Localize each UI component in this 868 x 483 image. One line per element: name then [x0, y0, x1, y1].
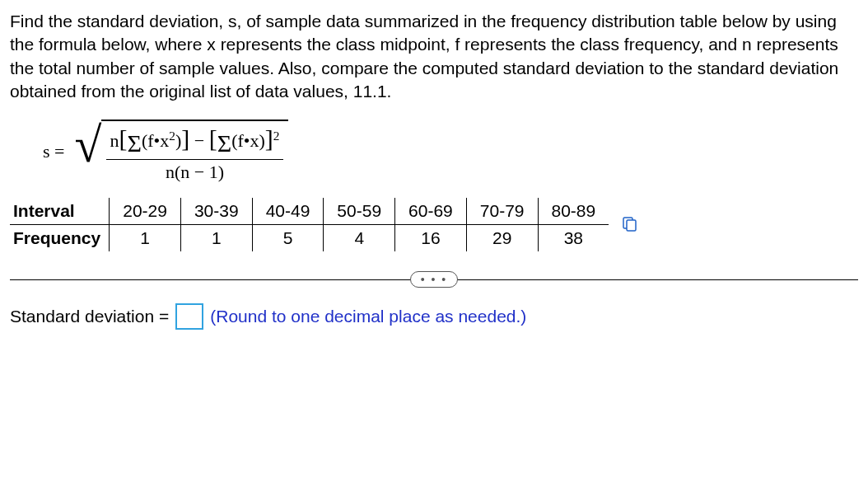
expand-icon[interactable]: • • • — [410, 271, 458, 288]
frequency-cell: 1 — [110, 225, 181, 252]
interval-cell: 60-69 — [395, 198, 467, 225]
fraction-denominator: n(n − 1) — [106, 160, 282, 183]
answer-line: Standard deviation = (Round to one decim… — [10, 303, 858, 330]
interval-cell: 40-49 — [252, 198, 324, 225]
copy-icon[interactable] — [620, 214, 638, 232]
frequency-cell: 38 — [538, 225, 609, 252]
interval-cell: 20-29 — [110, 198, 181, 225]
interval-cell: 30-39 — [180, 198, 252, 225]
frequency-cell: 5 — [252, 225, 324, 252]
square-root: √ n[Σ(f•x2)] − [Σ(f•x)]2 n(n − 1) — [74, 120, 287, 183]
standard-deviation-input[interactable] — [175, 303, 203, 330]
answer-label: Standard deviation = — [10, 307, 169, 326]
table-row: Frequency 1 1 5 4 16 29 38 — [10, 225, 609, 252]
row-label-frequency: Frequency — [10, 225, 110, 252]
fraction-numerator: n[Σ(f•x2)] − [Σ(f•x)]2 — [106, 124, 282, 160]
svg-rect-1 — [627, 220, 636, 231]
interval-cell: 70-79 — [466, 198, 538, 225]
frequency-cell: 1 — [180, 225, 252, 252]
interval-cell: 50-59 — [324, 198, 395, 225]
interval-cell: 80-89 — [538, 198, 609, 225]
frequency-table: Interval 20-29 30-39 40-49 50-59 60-69 7… — [10, 198, 609, 251]
frequency-cell: 29 — [466, 225, 538, 252]
question-prompt: Find the standard deviation, s, of sampl… — [10, 10, 858, 103]
formula-lhs: s = — [43, 141, 64, 162]
radical-icon: √ — [74, 123, 101, 186]
row-label-interval: Interval — [10, 198, 110, 225]
formula: s = √ n[Σ(f•x2)] − [Σ(f•x)]2 n(n − 1) — [43, 120, 858, 183]
frequency-cell: 16 — [395, 225, 467, 252]
rounding-hint: (Round to one decimal place as needed.) — [210, 307, 526, 326]
frequency-cell: 4 — [324, 225, 395, 252]
table-row: Interval 20-29 30-39 40-49 50-59 60-69 7… — [10, 198, 609, 225]
fraction: n[Σ(f•x2)] − [Σ(f•x)]2 n(n − 1) — [106, 124, 282, 183]
